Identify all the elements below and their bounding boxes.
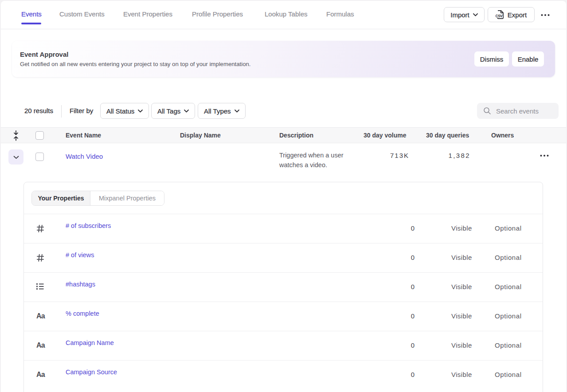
svg-text:CSV: CSV	[496, 14, 503, 18]
